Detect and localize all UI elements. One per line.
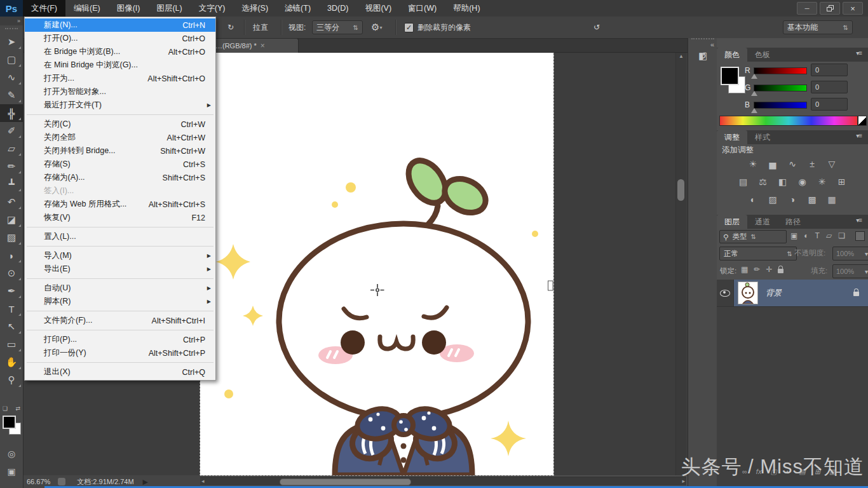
file-menu-item-关闭全部[interactable]: 关闭全部 Alt+Ctrl+W bbox=[25, 131, 215, 144]
filter-icon-1[interactable]: ◐ bbox=[804, 231, 808, 240]
menu-窗口(W)[interactable]: 窗口(W) bbox=[400, 0, 445, 17]
tab-通道[interactable]: 通道 bbox=[747, 215, 778, 229]
swap-colors-icon[interactable]: ⇄ bbox=[15, 405, 20, 413]
channel-slider-track[interactable] bbox=[754, 67, 807, 74]
file-menu-item-打开为智能对象...[interactable]: 打开为智能对象... bbox=[25, 85, 215, 98]
foreground-color-swatch[interactable] bbox=[3, 416, 16, 429]
minimize-button[interactable]: ─ bbox=[797, 2, 817, 15]
filter-icon-4[interactable]: ❏ bbox=[838, 231, 845, 240]
tool-eraser[interactable]: ◪ bbox=[0, 211, 23, 229]
rotate-crop-icon[interactable]: ↻ bbox=[227, 17, 234, 38]
panel-foreground-swatch[interactable] bbox=[721, 67, 739, 85]
tool-spot-healing-brush[interactable]: ▱ bbox=[0, 140, 23, 158]
toolbar-collapse-icon[interactable]: » bbox=[0, 17, 23, 25]
file-menu-item-在 Bridge 中浏览(B)...[interactable]: 在 Bridge 中浏览(B)... Alt+Ctrl+O bbox=[25, 45, 215, 58]
fill-input[interactable]: 100% ▾ bbox=[832, 264, 868, 278]
document-canvas[interactable] bbox=[200, 52, 553, 475]
color-panel-menu-icon[interactable]: ▾≡ bbox=[856, 50, 865, 57]
file-menu-item-关闭(C)[interactable]: 关闭(C) Ctrl+W bbox=[25, 118, 215, 131]
menu-视图(V)[interactable]: 视图(V) bbox=[356, 0, 400, 17]
adjustment-icon-4[interactable]: ▦ bbox=[825, 194, 838, 206]
lock-all-icon[interactable] bbox=[778, 269, 783, 273]
menu-图像(I)[interactable]: 图像(I) bbox=[109, 0, 149, 17]
filter-icon-0[interactable]: ▣ bbox=[790, 231, 797, 240]
file-menu-item-存储为 Web 所用格式...[interactable]: 存储为 Web 所用格式... Alt+Shift+Ctrl+S bbox=[25, 198, 215, 211]
filter-icon-2[interactable]: T bbox=[815, 231, 820, 240]
close-tab-icon[interactable]: × bbox=[261, 41, 265, 50]
tool-dodge[interactable]: ⊙ bbox=[0, 264, 23, 282]
tool-zoom[interactable]: ⚲ bbox=[0, 371, 23, 389]
file-menu-item-脚本(R)[interactable]: 脚本(R) bbox=[25, 295, 215, 308]
lock-transparency-icon[interactable]: ▦ bbox=[741, 265, 748, 274]
opacity-input[interactable]: 100% ▾ bbox=[832, 247, 868, 261]
file-menu-item-存储(S)[interactable]: 存储(S) Ctrl+S bbox=[25, 158, 215, 171]
tool-clone-stamp[interactable]: ┻ bbox=[0, 175, 23, 193]
visibility-column[interactable] bbox=[717, 280, 734, 306]
horizontal-scrollbar-thumb[interactable] bbox=[280, 478, 411, 485]
tab-色板[interactable]: 色板 bbox=[747, 48, 778, 62]
straighten-button[interactable]: 拉直 bbox=[253, 17, 268, 38]
adjustments-panel-menu-icon[interactable]: ▾≡ bbox=[856, 132, 865, 139]
toolbar-grip[interactable] bbox=[5, 28, 18, 29]
adjustment-icon-4[interactable]: ▽ bbox=[825, 159, 838, 170]
adjustment-icon-2[interactable]: ∿ bbox=[786, 159, 799, 170]
tool-hand[interactable]: ✋ bbox=[0, 353, 23, 371]
tab-样式[interactable]: 样式 bbox=[747, 130, 778, 144]
tool-quick-selection[interactable]: ✎ bbox=[0, 86, 23, 104]
file-menu-item-关闭并转到 Bridge...[interactable]: 关闭并转到 Bridge... Shift+Ctrl+W bbox=[25, 144, 215, 158]
layer-thumbnail[interactable] bbox=[738, 281, 758, 304]
tab-图层[interactable]: 图层 bbox=[717, 215, 747, 229]
file-menu-item-置入(L)...[interactable]: 置入(L)... bbox=[25, 230, 215, 243]
tool-brush[interactable]: ✏ bbox=[0, 158, 23, 175]
blend-mode-select[interactable]: 正常 ⇅ bbox=[719, 247, 797, 261]
adjustment-icon-4[interactable]: ✳ bbox=[816, 177, 829, 188]
vertical-scrollbar-thumb[interactable] bbox=[677, 179, 684, 201]
workspace-switcher[interactable]: 基本功能 ⇅ bbox=[783, 21, 853, 34]
adjustment-icon-1[interactable]: ▨ bbox=[766, 194, 779, 206]
close-button[interactable]: × bbox=[843, 2, 863, 15]
quick-mask-button[interactable]: ◎ bbox=[0, 446, 23, 461]
menu-3D(D)[interactable]: 3D(D) bbox=[319, 0, 356, 17]
tool-lasso[interactable]: ∿ bbox=[0, 69, 23, 86]
tool-move[interactable]: ➤ bbox=[0, 33, 23, 51]
screen-mode-button[interactable]: ▣ bbox=[0, 464, 23, 479]
adjustment-icon-3[interactable]: ± bbox=[806, 159, 818, 170]
tool-history-brush[interactable]: ↶ bbox=[0, 193, 23, 211]
zoom-level[interactable]: 66.67% bbox=[27, 478, 50, 485]
file-menu-item-签入(I)...[interactable]: 签入(I)... bbox=[25, 184, 215, 198]
menu-滤镜(T)[interactable]: 滤镜(T) bbox=[276, 0, 319, 17]
document-tab[interactable]: …(RGB/8#) * × bbox=[211, 38, 299, 53]
filter-icon-3[interactable]: ▱ bbox=[826, 231, 832, 240]
file-menu-item-打印一份(Y)[interactable]: 打印一份(Y) Alt+Shift+Ctrl+P bbox=[25, 346, 215, 360]
file-menu-item-导出(E)[interactable]: 导出(E) bbox=[25, 262, 215, 276]
menu-选择(S)[interactable]: 选择(S) bbox=[233, 0, 276, 17]
menu-编辑(E)[interactable]: 编辑(E) bbox=[65, 0, 109, 17]
tool-path-selection[interactable]: ↖ bbox=[0, 318, 23, 336]
file-menu-item-退出(X)[interactable]: 退出(X) Ctrl+Q bbox=[25, 365, 215, 379]
file-menu-item-自动(U)[interactable]: 自动(U) bbox=[25, 281, 215, 295]
channel-slider-track[interactable] bbox=[754, 102, 807, 109]
menu-图层(L)[interactable]: 图层(L) bbox=[148, 0, 190, 17]
menu-帮助(H)[interactable]: 帮助(H) bbox=[445, 0, 488, 17]
scroll-left-icon[interactable]: ◂ bbox=[201, 478, 205, 484]
adjustment-icon-3[interactable]: ▩ bbox=[806, 194, 818, 206]
lock-pixels-icon[interactable]: ✏ bbox=[754, 265, 760, 274]
file-menu-item-新建(N)...[interactable]: 新建(N)... Ctrl+N bbox=[25, 18, 215, 32]
channel-value-input[interactable]: 0 bbox=[811, 98, 848, 111]
tab-调整[interactable]: 调整 bbox=[717, 130, 747, 144]
file-menu-item-打开为...[interactable]: 打开为... Alt+Shift+Ctrl+O bbox=[25, 72, 215, 85]
channel-value-input[interactable]: 0 bbox=[811, 81, 848, 93]
channel-slider-thumb[interactable] bbox=[751, 74, 757, 79]
file-menu-item-打开(O)...[interactable]: 打开(O)... Ctrl+O bbox=[25, 32, 215, 45]
restore-button[interactable] bbox=[820, 2, 840, 15]
channel-slider-thumb[interactable] bbox=[751, 91, 757, 96]
adjustment-icon-0[interactable]: ▤ bbox=[737, 177, 750, 188]
color-spectrum-ramp[interactable] bbox=[719, 116, 858, 126]
lock-position-icon[interactable]: ✛ bbox=[766, 265, 772, 274]
adjustment-icon-1[interactable]: ▅ bbox=[766, 159, 779, 170]
file-menu-item-存储为(A)...[interactable]: 存储为(A)... Shift+Ctrl+S bbox=[25, 171, 215, 184]
file-menu-item-在 Mini Bridge 中浏览(G)...[interactable]: 在 Mini Bridge 中浏览(G)... bbox=[25, 58, 215, 72]
tool-rectangular-marquee[interactable]: ▢ bbox=[0, 51, 23, 69]
tool-eyedropper[interactable]: ✐ bbox=[0, 122, 23, 140]
layer-row-background[interactable]: 背景 bbox=[717, 280, 868, 306]
